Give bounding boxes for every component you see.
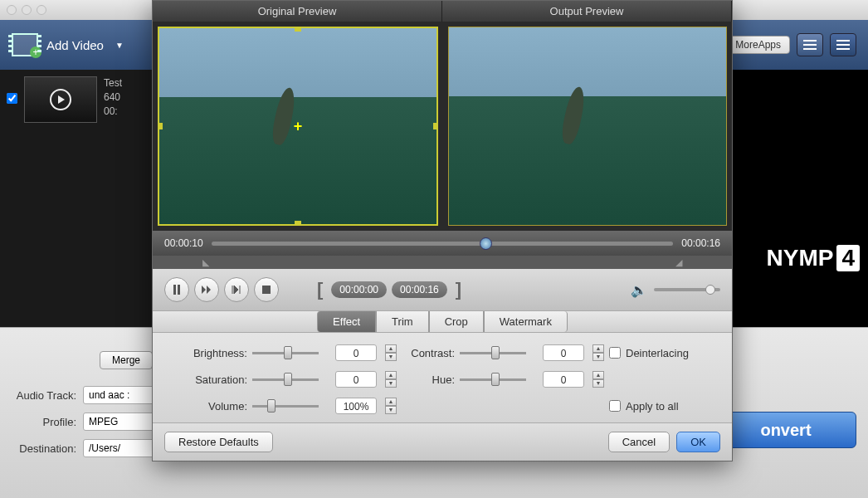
svg-rect-0 <box>262 286 271 294</box>
deinterlacing-label: Deinterlacing <box>626 347 689 359</box>
grid-view-button[interactable] <box>830 33 856 56</box>
set-out-button[interactable]: ] <box>452 279 465 300</box>
stop-button[interactable] <box>254 277 279 302</box>
output-preview-header: Output Preview <box>442 1 732 22</box>
destination-input[interactable] <box>83 439 158 457</box>
pause-icon <box>173 285 181 295</box>
video-thumbnail[interactable] <box>24 76 97 123</box>
brand-text: NYMP <box>767 245 834 271</box>
playhead-knob[interactable] <box>480 237 492 250</box>
playback-controls: [ 00:00:00 00:00:16 ] 🔈 <box>153 269 732 310</box>
list-view-button[interactable] <box>797 33 823 56</box>
volume-slider[interactable] <box>654 288 720 291</box>
volume-label: Volume: <box>178 400 252 413</box>
saturation-slider[interactable] <box>252 372 335 387</box>
contrast-value[interactable]: 0 <box>543 344 584 361</box>
set-in-button[interactable]: [ <box>314 279 326 300</box>
effect-panel: Brightness: 0 ▲▼ Contrast: 0 ▲▼ Deinterl… <box>153 333 732 422</box>
brightness-value[interactable]: 0 <box>335 344 377 361</box>
item-title: Test <box>104 76 122 90</box>
merge-button[interactable]: Merge <box>100 351 153 369</box>
original-preview-header: Original Preview <box>153 1 442 22</box>
volume-stepper[interactable]: ▲▼ <box>385 398 397 414</box>
output-preview <box>448 27 727 226</box>
tab-bar: Effect Trim Crop Watermark <box>153 310 732 333</box>
zoom-window-icon[interactable] <box>37 5 46 15</box>
preview-headers: Original Preview Output Preview <box>153 1 732 22</box>
destination-label: Destination: <box>0 442 76 455</box>
brand-number: 4 <box>836 245 860 271</box>
menu-icon <box>836 40 850 50</box>
hue-stepper[interactable]: ▲▼ <box>592 371 604 388</box>
crop-handle-bottom[interactable] <box>295 221 301 226</box>
apply-all-checkbox[interactable]: Apply to all <box>609 400 709 413</box>
saturation-label: Saturation: <box>178 374 252 386</box>
crosshair-icon: + <box>294 118 303 135</box>
profile-select[interactable] <box>83 413 158 431</box>
clip-out-time: 00:00:16 <box>392 281 447 298</box>
deinterlacing-checkbox[interactable]: Deinterlacing <box>609 347 709 359</box>
volume-knob[interactable] <box>705 285 715 295</box>
fast-forward-button[interactable] <box>194 277 219 302</box>
volume-control: 🔈 <box>631 282 720 298</box>
clip-in-time: 00:00:00 <box>331 281 387 298</box>
profile-label: Profile: <box>0 416 76 428</box>
restore-defaults-button[interactable]: Restore Defaults <box>164 432 273 452</box>
contrast-stepper[interactable]: ▲▼ <box>592 344 604 361</box>
original-preview[interactable]: + <box>158 27 438 226</box>
minimize-window-icon[interactable] <box>22 5 32 15</box>
tab-crop[interactable]: Crop <box>429 311 484 332</box>
tab-effect[interactable]: Effect <box>317 311 376 332</box>
crop-handle-left[interactable] <box>158 123 163 129</box>
pause-button[interactable] <box>164 277 189 302</box>
volume-effect-slider[interactable] <box>252 398 335 413</box>
fast-forward-icon <box>202 286 212 294</box>
video-content <box>270 85 298 146</box>
item-checkbox[interactable] <box>7 93 17 104</box>
step-icon <box>232 286 241 294</box>
convert-label: onvert <box>760 421 811 440</box>
speaker-icon: 🔈 <box>631 282 647 298</box>
crop-handle-right[interactable] <box>433 123 438 129</box>
volume-value[interactable]: 100% <box>335 398 377 414</box>
saturation-value[interactable]: 0 <box>335 371 377 388</box>
preview-row: + <box>153 22 732 231</box>
more-apps-button[interactable]: MoreApps <box>726 36 790 54</box>
next-frame-button[interactable] <box>224 277 249 302</box>
edit-dialog: Original Preview Output Preview + 00:00:… <box>152 0 733 461</box>
contrast-label: Contrast: <box>402 347 460 359</box>
ok-button[interactable]: OK <box>676 432 720 452</box>
tab-watermark[interactable]: Watermark <box>484 311 568 332</box>
list-item[interactable]: Test 640 00: <box>0 70 149 327</box>
saturation-stepper[interactable]: ▲▼ <box>385 371 397 388</box>
crop-handle-top[interactable] <box>295 27 301 32</box>
add-video-label: Add Video <box>46 38 104 52</box>
convert-button[interactable]: onvert <box>715 412 856 448</box>
trim-in-marker-icon[interactable]: ◣ <box>202 257 209 268</box>
timeline-end: 00:00:16 <box>681 237 720 249</box>
dialog-footer: Restore Defaults Cancel OK <box>153 422 732 461</box>
hue-slider[interactable] <box>460 372 543 387</box>
hue-value[interactable]: 0 <box>543 371 584 388</box>
timeline: 00:00:10 00:00:16 <box>153 231 732 256</box>
trim-out-marker-icon[interactable]: ◢ <box>675 257 682 268</box>
audio-track-label: Audio Track: <box>0 389 76 402</box>
item-resolution: 640 <box>104 90 122 105</box>
film-add-icon: + <box>12 33 38 56</box>
contrast-slider[interactable] <box>460 345 543 360</box>
add-video-button[interactable]: + Add Video ▼ <box>12 33 124 56</box>
stop-icon <box>262 286 271 294</box>
trim-markers: ◣ ◢ <box>153 256 732 269</box>
cancel-button[interactable]: Cancel <box>608 432 670 452</box>
brightness-stepper[interactable]: ▲▼ <box>385 344 397 361</box>
list-icon <box>803 40 817 50</box>
close-window-icon[interactable] <box>7 5 17 15</box>
item-duration: 00: <box>104 105 122 119</box>
video-content <box>559 85 588 146</box>
timeline-track[interactable] <box>212 242 674 246</box>
audio-track-select[interactable] <box>83 386 158 404</box>
brightness-slider[interactable] <box>252 345 335 360</box>
tab-trim[interactable]: Trim <box>376 311 429 332</box>
play-icon <box>50 89 71 110</box>
brightness-label: Brightness: <box>178 347 252 359</box>
